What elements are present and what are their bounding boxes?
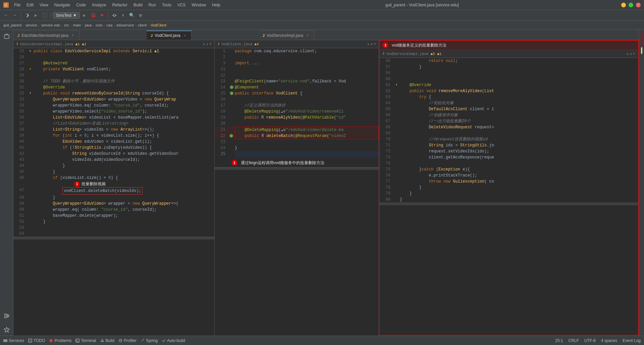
table-row: 15 ⬤ public interface VodClient { xyxy=(215,90,379,96)
status-terminal[interactable]: Terminal xyxy=(75,338,96,343)
mid-filename: VodClient.java xyxy=(221,42,252,46)
toolbar-commit[interactable] xyxy=(110,11,118,19)
svg-text:IJ: IJ xyxy=(4,3,7,7)
toolbar-separator-1 xyxy=(21,12,21,19)
menu-window[interactable]: Window xyxy=(189,1,209,9)
toolbar-search[interactable]: 🔍 xyxy=(128,11,136,19)
breadcrumb-service[interactable]: service xyxy=(25,23,37,27)
status-profiler[interactable]: Profiler xyxy=(118,338,137,343)
minimize-button[interactable]: ─ xyxy=(621,3,626,7)
toolbar-debug-btn[interactable]: 🐞 xyxy=(89,11,97,19)
breadcrumb-vodclient[interactable]: VodClient xyxy=(151,23,166,27)
tab-close-vod[interactable]: × xyxy=(182,33,187,38)
toolbar-back[interactable]: ← xyxy=(2,11,10,19)
status-services[interactable]: Services xyxy=(3,338,24,343)
sidebar-project-icon[interactable] xyxy=(1,31,12,42)
tab-vod-client[interactable]: J VodClient.java × xyxy=(147,30,192,40)
table-row: 77 throw new Guliexception( co xyxy=(380,179,638,185)
table-row: 54 xyxy=(13,231,214,237)
breadcrumb-caq[interactable]: caq xyxy=(106,23,112,27)
toolbar-debug[interactable]: ⬛ xyxy=(41,11,49,19)
run-config-dropdown[interactable]: SmsTest ▼ xyxy=(53,12,80,19)
table-row: 3 import ... xyxy=(215,60,379,66)
maximize-button[interactable]: □ xyxy=(629,3,633,7)
status-build[interactable]: Build xyxy=(100,338,115,343)
sidebar-favorites-icon[interactable] xyxy=(1,324,12,335)
right-code-area[interactable]: 56 return null; 57 } 58 xyxy=(380,58,638,335)
right-scrollbar[interactable] xyxy=(380,203,638,205)
table-row: 30 // TODO 删除小节，删除对应视频文件 xyxy=(13,78,214,84)
close-button[interactable]: × xyxy=(636,3,641,7)
mid-scrollbar[interactable] xyxy=(215,167,379,170)
table-row: 71 String ids = StringUtils.jo xyxy=(380,142,638,148)
toolbar-run-btn[interactable]: ▶ xyxy=(80,11,89,19)
menu-code[interactable]: Code xyxy=(73,1,89,9)
menu-edit[interactable]: Edit xyxy=(24,1,36,9)
toolbar-settings[interactable]: ⚙ xyxy=(137,11,145,19)
breadcrumb-root[interactable]: guli_parent xyxy=(3,23,21,27)
table-row: 21 @DeleteMapping(☁v"/eduVod/video/delet… xyxy=(215,127,379,133)
table-row: 78 } xyxy=(380,185,638,191)
status-auto-build[interactable]: Auto-build xyxy=(162,338,185,343)
menu-view[interactable]: View xyxy=(37,1,51,9)
table-row: 20 xyxy=(215,121,379,127)
status-position[interactable]: 25:1 xyxy=(555,338,563,343)
table-row: 63 try { xyxy=(380,94,638,100)
table-row: 19 public R removeAlyVideo(@PathVariable… xyxy=(215,115,379,121)
breadcrumb-com[interactable]: com xyxy=(96,23,103,27)
table-row: 1 package com.caq.eduservice.client; xyxy=(215,48,379,54)
table-row: 17 //定义调用方法的路径 xyxy=(215,102,379,109)
left-code-area[interactable]: 25 ● public class EduVideoServiceImpl ex… xyxy=(13,48,214,336)
title-bar: IJ File Edit View Navigate Code Analyze … xyxy=(0,0,644,10)
toolbar-update[interactable]: ⬆ xyxy=(119,11,127,19)
status-right: 25:1 CRLF UTF-8 4 spaces Event Log xyxy=(555,338,641,343)
annotation-bubble-3: 3 xyxy=(382,42,388,48)
toolbar-build[interactable] xyxy=(23,11,31,19)
status-indent[interactable]: 4 spaces xyxy=(601,338,617,343)
sidebar-structure-icon[interactable] xyxy=(1,311,12,322)
svg-rect-15 xyxy=(4,341,7,342)
status-problems[interactable]: ! Problems xyxy=(49,338,71,343)
left-code-table: 25 ● public class EduVideoServiceImpl ex… xyxy=(13,48,214,237)
breadcrumb-main[interactable]: main xyxy=(73,23,81,27)
toolbar-forward[interactable]: → xyxy=(11,11,19,19)
menu-run[interactable]: Run xyxy=(146,1,159,9)
breadcrumb-eduservice[interactable]: eduservice xyxy=(116,23,134,27)
tab-close-service[interactable]: × xyxy=(305,33,310,38)
menu-refactor[interactable]: Refactor xyxy=(110,1,130,9)
menu-analyze[interactable]: Analyze xyxy=(89,1,109,9)
menu-tools[interactable]: Tools xyxy=(159,1,174,9)
breadcrumb-src[interactable]: src xyxy=(64,23,69,27)
status-event-log[interactable]: Event Log xyxy=(623,338,641,343)
spring-icon xyxy=(141,339,145,343)
breadcrumb-java[interactable]: java xyxy=(85,23,92,27)
tab-close-edu[interactable]: × xyxy=(70,33,75,38)
mid-code-area[interactable]: 1 package com.caq.eduservice.client; 2 3 xyxy=(215,48,379,336)
table-row: 68 DeleteVideoRequest request= xyxy=(380,124,638,130)
toolbar-stop-btn[interactable]: ■ xyxy=(98,11,106,19)
table-row: 72 request.setVideoIds(ids); xyxy=(380,148,638,154)
toolbar-run[interactable]: ▶ xyxy=(32,11,40,19)
tab-vod-service[interactable]: J VodServiceImpl.java × xyxy=(259,30,314,40)
status-line-ending[interactable]: CRLF xyxy=(569,338,579,343)
table-row: 52 } xyxy=(13,219,214,225)
table-row: 69 xyxy=(380,130,638,136)
left-scrollbar[interactable] xyxy=(13,237,214,239)
status-spring[interactable]: Spring xyxy=(141,338,158,343)
breadcrumb-client[interactable]: client xyxy=(138,23,147,27)
status-encoding[interactable]: UTF-8 xyxy=(584,338,596,343)
menu-vcs[interactable]: VCS xyxy=(175,1,189,9)
tab-edu-video[interactable]: J EduVideoServiceImpl.java × xyxy=(13,30,79,40)
panel-mid-header: J VodClient.java ▲4 ∧ ∨ ≡ xyxy=(215,40,379,48)
menu-help[interactable]: Help xyxy=(209,1,223,9)
table-row: 80 } xyxy=(380,197,638,203)
menu-build[interactable]: Build xyxy=(131,1,145,9)
status-todo[interactable]: TODO xyxy=(28,338,45,343)
menu-navigate[interactable]: Navigate xyxy=(52,1,73,9)
table-row: 37 //List<EduVideo>变成List<string> xyxy=(13,121,214,127)
breadcrumb-service-edu[interactable]: service-edu xyxy=(41,23,60,27)
menu-file[interactable]: File xyxy=(11,1,23,9)
svg-point-21 xyxy=(143,339,144,340)
main-area: J EduVideoServiceImpl.java × J VodClient… xyxy=(0,29,644,336)
sidebar-right xyxy=(639,29,644,336)
